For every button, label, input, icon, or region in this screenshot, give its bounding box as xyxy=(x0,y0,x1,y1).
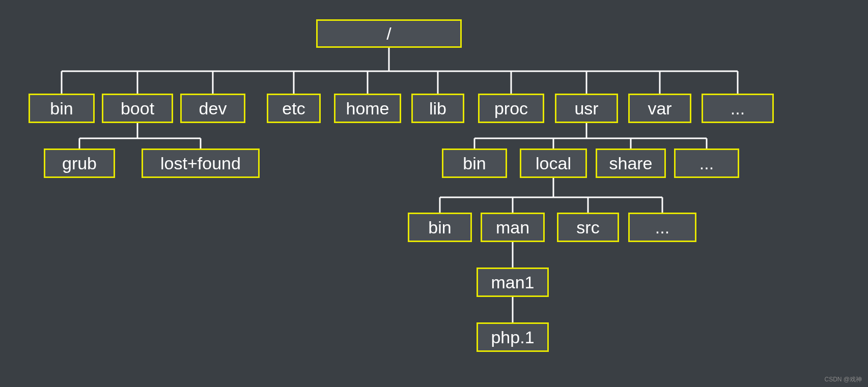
node-more1: ... xyxy=(702,94,774,123)
node-lbin: bin xyxy=(408,213,472,242)
node-etc: etc xyxy=(267,94,321,123)
node-php1: php.1 xyxy=(477,322,549,352)
node-dev: dev xyxy=(180,94,245,123)
node-src: src xyxy=(557,213,619,242)
node-home: home xyxy=(334,94,401,123)
node-umore: ... xyxy=(674,148,739,178)
watermark: CSDN @戏神 xyxy=(824,375,862,384)
node-boot: boot xyxy=(102,94,173,123)
node-proc: proc xyxy=(478,94,544,123)
node-man1: man1 xyxy=(477,267,549,297)
node-root: / xyxy=(316,19,462,48)
node-lmore: ... xyxy=(628,213,696,242)
node-lib: lib xyxy=(411,94,464,123)
node-usr: usr xyxy=(555,94,618,123)
node-bin: bin xyxy=(29,94,95,123)
node-grub: grub xyxy=(44,148,115,178)
node-var: var xyxy=(628,94,691,123)
node-local: local xyxy=(520,148,587,178)
node-share: share xyxy=(596,148,666,178)
node-lostfound: lost+found xyxy=(142,148,260,178)
node-ubin: bin xyxy=(442,148,507,178)
node-man: man xyxy=(481,213,545,242)
connector-lines xyxy=(0,0,868,387)
